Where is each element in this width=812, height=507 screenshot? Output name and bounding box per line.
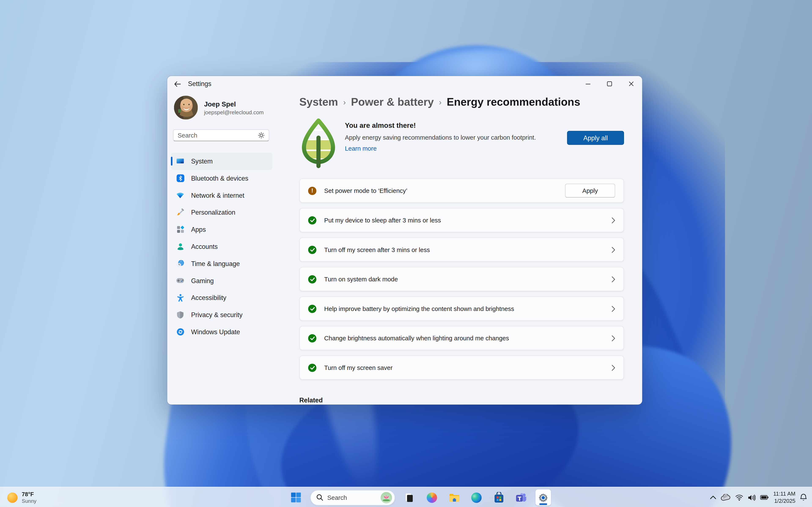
sidebar-item-system[interactable]: System (171, 153, 272, 170)
windows-update-icon (176, 328, 185, 336)
clock-date: 1/2/2025 (773, 498, 796, 504)
sidebar-item-label: Personalization (191, 209, 235, 216)
gaming-icon (176, 277, 185, 285)
recommendation-row: ! Set power mode to ‘Efficiency’ Apply (299, 178, 624, 203)
microsoft-store-icon[interactable] (491, 490, 506, 506)
wifi-icon[interactable] (735, 494, 743, 500)
back-button[interactable] (169, 76, 185, 92)
chevron-right-icon (612, 335, 615, 341)
clock-time: 11:11 AM (773, 491, 796, 498)
sidebar-item-label: Privacy & security (191, 311, 243, 318)
sidebar-item-time-language[interactable]: Time & language (171, 255, 272, 272)
sidebar-item-label: Accounts (191, 243, 218, 250)
sidebar-item-label: Apps (191, 226, 206, 233)
taskbar-clock[interactable]: 11:11 AM 1/2/2025 (773, 491, 796, 504)
related-heading: Related (299, 397, 323, 404)
weather-widget[interactable]: 78°F Sunny (4, 490, 40, 506)
breadcrumb-separator: › (343, 98, 346, 107)
chevron-right-icon (612, 217, 615, 223)
task-view-icon[interactable] (402, 490, 417, 506)
taskbar-search[interactable]: Search (310, 490, 395, 505)
recommendation-row[interactable]: Turn off my screen after 3 mins or less (299, 237, 624, 262)
banner-description: Apply energy saving recommendations to l… (345, 134, 562, 141)
personalization-icon (176, 208, 185, 217)
profile-name: Joep Spel (204, 100, 264, 108)
sidebar-item-apps[interactable]: Apps (171, 221, 272, 238)
taskbar-center: Search (288, 490, 551, 506)
accounts-icon (176, 242, 185, 250)
bluetooth-icon (176, 174, 185, 182)
breadcrumb-system[interactable]: System (299, 96, 338, 108)
page-title: Energy recommendations (447, 96, 580, 108)
recommendation-row[interactable]: Help improve battery by optimizing the c… (299, 296, 624, 321)
recommendation-row[interactable]: Put my device to sleep after 3 mins or l… (299, 208, 624, 232)
breadcrumb-power-battery[interactable]: Power & battery (351, 96, 434, 108)
settings-window: Settings (167, 76, 642, 404)
chevron-right-icon (612, 364, 615, 371)
notifications-bell-icon[interactable] (800, 494, 807, 501)
sun-icon (258, 132, 265, 138)
breadcrumb-separator: › (439, 98, 442, 107)
recommendation-list: ! Set power mode to ‘Efficiency’ Apply P… (299, 178, 624, 385)
sunny-weather-icon (7, 492, 17, 503)
taskbar-search-label: Search (327, 494, 376, 501)
sidebar-item-windows-update[interactable]: Windows Update (171, 324, 272, 341)
network-icon (176, 191, 185, 200)
check-icon (308, 334, 316, 342)
desktop: Settings (0, 0, 812, 507)
apply-button[interactable]: Apply (565, 183, 615, 198)
sidebar-item-accessibility[interactable]: Accessibility (171, 289, 272, 306)
warning-icon: ! (308, 186, 316, 195)
start-button[interactable] (288, 490, 303, 506)
volume-icon[interactable] (748, 494, 756, 500)
privacy-shield-icon (176, 311, 185, 319)
sidebar-item-label: Gaming (191, 277, 214, 284)
sidebar-item-network[interactable]: Network & internet (171, 187, 272, 204)
check-icon (308, 275, 316, 283)
chevron-right-icon (612, 246, 615, 252)
banner-title: You are almost there! (345, 122, 562, 129)
file-explorer-icon[interactable] (446, 490, 462, 506)
teams-icon[interactable] (513, 490, 529, 506)
breadcrumb: System › Power & battery › Energy recomm… (299, 96, 580, 108)
weather-temp: 78°F (22, 491, 36, 498)
recommendation-row[interactable]: Turn off my screen saver (299, 355, 624, 380)
sidebar-item-privacy[interactable]: Privacy & security (171, 306, 272, 324)
recommendation-row[interactable]: Change brightness automatically when lig… (299, 326, 624, 350)
sidebar-item-label: Network & internet (191, 191, 245, 199)
check-icon (308, 363, 316, 372)
sidebar-item-gaming[interactable]: Gaming (171, 272, 272, 289)
sidebar-item-label: Bluetooth & devices (191, 175, 248, 182)
sidebar-item-personalization[interactable]: Personalization (171, 204, 272, 221)
accessibility-icon (176, 294, 185, 302)
sidebar-item-accounts[interactable]: Accounts (171, 238, 272, 255)
sidebar-item-label: Time & language (191, 260, 240, 267)
user-profile[interactable]: Joep Spel joepspel@relecloud.com (174, 96, 264, 120)
bing-daily-image (380, 492, 392, 503)
sidebar-nav: System Bluetooth & devices Network & int… (171, 153, 272, 340)
tray-chevron-up-icon[interactable] (710, 496, 716, 499)
onedrive-icon[interactable] (721, 494, 731, 501)
apply-all-button[interactable]: Apply all (567, 131, 624, 145)
time-language-icon (176, 260, 185, 268)
system-icon (176, 157, 185, 165)
edge-icon[interactable] (469, 490, 484, 506)
copilot-icon[interactable] (424, 490, 440, 506)
weather-condition: Sunny (22, 498, 36, 504)
taskbar: 78°F Sunny Search (0, 487, 812, 507)
window-title: Settings (188, 80, 211, 88)
settings-app-icon[interactable] (536, 490, 551, 506)
sidebar-item-bluetooth[interactable]: Bluetooth & devices (171, 170, 272, 187)
chevron-right-icon (612, 276, 615, 282)
avatar (174, 96, 198, 120)
check-icon (308, 216, 316, 224)
energy-banner: You are almost there! Apply energy savin… (299, 116, 624, 169)
search-input[interactable] (177, 131, 258, 139)
learn-more-link[interactable]: Learn more (345, 145, 376, 152)
chevron-right-icon (612, 305, 615, 312)
apps-icon (176, 225, 185, 234)
profile-email: joepspel@relecloud.com (204, 109, 264, 115)
recommendation-row[interactable]: Turn on system dark mode (299, 267, 624, 291)
search-icon (316, 494, 323, 501)
battery-icon[interactable] (760, 495, 769, 500)
